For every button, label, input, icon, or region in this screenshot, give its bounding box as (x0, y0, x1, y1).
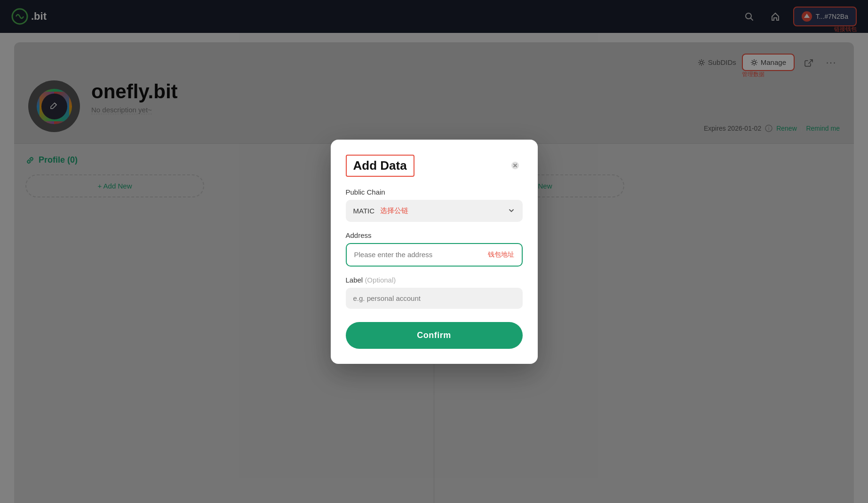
chain-select-button[interactable]: MATIC 选择公链 (346, 200, 523, 222)
address-input[interactable] (354, 251, 484, 259)
address-label: Address (346, 231, 523, 239)
chain-label: Public Chain (346, 188, 523, 196)
modal-close-button[interactable] (508, 158, 523, 173)
confirm-button[interactable]: Confirm (346, 322, 523, 349)
chain-select-left: MATIC 选择公链 (353, 206, 409, 215)
address-hint: 钱包地址 (488, 251, 514, 259)
optional-text: (Optional) (365, 276, 396, 284)
add-data-modal: Add Data Public Chain MATIC 选择公链 (331, 140, 538, 364)
chevron-down-icon (508, 207, 515, 214)
public-chain-group: Public Chain MATIC 选择公链 (346, 188, 523, 222)
label-input[interactable] (346, 288, 523, 309)
address-input-wrapper: 钱包地址 (346, 243, 523, 267)
modal-overlay: Add Data Public Chain MATIC 选择公链 (0, 0, 868, 503)
address-group: Address 钱包地址 (346, 231, 523, 267)
chain-tag: MATIC (353, 207, 375, 215)
modal-header: Add Data (346, 155, 523, 177)
label-group: Label (Optional) (346, 276, 523, 309)
modal-title: Add Data (346, 155, 414, 177)
label-label: Label (Optional) (346, 276, 523, 284)
close-icon (511, 161, 519, 170)
chain-select-placeholder: 选择公链 (380, 206, 408, 215)
